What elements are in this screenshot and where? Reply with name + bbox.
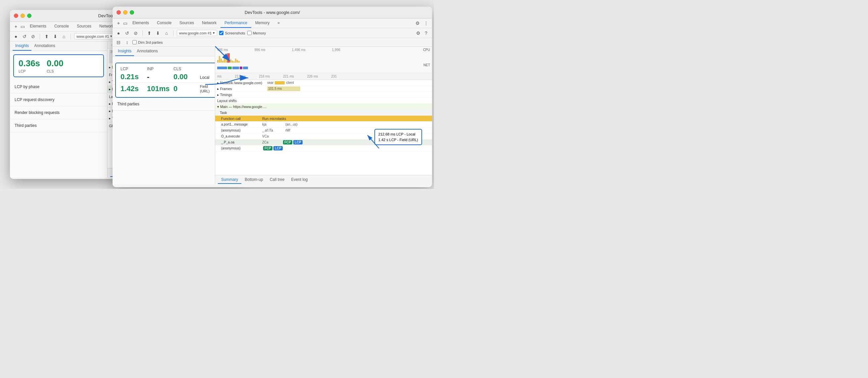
popup-cls-local: 0.00 bbox=[174, 72, 200, 81]
tab-performance-2[interactable]: Performance bbox=[220, 19, 251, 28]
popup-local-label: Local bbox=[200, 75, 215, 81]
close-button-1[interactable] bbox=[14, 13, 18, 18]
flame-chart-2: ▸ Network /www.google.com) sear client ▸… bbox=[215, 80, 432, 175]
insights-tabs-2: Insights Annotations bbox=[113, 47, 215, 56]
flame-timings-label: ▸ Timings bbox=[216, 93, 267, 97]
tab-console-2[interactable]: Console bbox=[153, 19, 176, 28]
popup-lcp-header: LCP bbox=[121, 66, 147, 71]
flame-frames-label: ▸ Frames bbox=[216, 87, 267, 91]
flame-layout-label: Layout shifts bbox=[216, 99, 267, 103]
flame-network-label: ▸ Network /www.google.com) bbox=[216, 81, 267, 85]
annotations-tab-1[interactable]: Annotations bbox=[31, 41, 58, 51]
insight-third-parties-2[interactable]: Third parties bbox=[113, 98, 215, 111]
screenshots-check-input-2[interactable] bbox=[219, 31, 223, 35]
reload-icon-1[interactable]: ↺ bbox=[21, 33, 28, 40]
close-button-2[interactable] bbox=[117, 10, 121, 14]
cursor-icon-1[interactable]: ⌖ bbox=[12, 23, 19, 30]
insight-third-parties-1[interactable]: Third parties bbox=[10, 119, 107, 132]
flame-anon1-val2: rMf bbox=[285, 128, 290, 132]
toolbar3-2: ⊟ ↕ Dim 3rd parties bbox=[113, 38, 432, 47]
main-tab-nav-2: ⌖ ▭ Elements Console Sources Network Per… bbox=[113, 19, 432, 28]
flame-port1-val2: (an...us) bbox=[285, 123, 298, 126]
lcp-badge-flame: LCP bbox=[293, 140, 303, 144]
bottom-tab-eventlog-2[interactable]: Event log bbox=[288, 176, 311, 184]
bottom-tab-summary-2[interactable]: Summary bbox=[218, 176, 241, 184]
ruler-996: 996 ms bbox=[255, 48, 266, 52]
url-select-1[interactable]: www.google.com #1 ▾ bbox=[74, 33, 115, 39]
tab-network-2[interactable]: Network bbox=[198, 19, 220, 28]
tab-memory-2[interactable]: Memory bbox=[251, 19, 274, 28]
priority-icon-2[interactable]: ↕ bbox=[124, 39, 130, 46]
tab-sources-2[interactable]: Sources bbox=[176, 19, 198, 28]
popup-lcp-local: 0.21s bbox=[121, 72, 147, 81]
maximize-button-2[interactable] bbox=[130, 10, 134, 14]
dim-3rd-label: Dim 3rd parties bbox=[138, 40, 163, 45]
home-icon-1[interactable]: ⌂ bbox=[61, 33, 67, 40]
url-select-2[interactable]: www.google.com #1 ▾ bbox=[177, 30, 217, 36]
device-icon-2[interactable]: ▭ bbox=[122, 20, 128, 27]
insights-tab-2[interactable]: Insights bbox=[115, 47, 134, 56]
time-221: 221 ms bbox=[283, 75, 294, 78]
download-icon-2[interactable]: ⬇ bbox=[155, 30, 161, 36]
annotations-tab-2[interactable]: Annotations bbox=[134, 47, 160, 56]
reload-icon-2[interactable]: ↺ bbox=[124, 30, 130, 36]
record-icon-1[interactable]: ● bbox=[12, 33, 19, 40]
arrow-icon: ▸ bbox=[109, 116, 111, 120]
lcp-tooltip-win2: 212.68 ms LCP - Local 1.42 s LCP - Field… bbox=[374, 129, 422, 145]
cursor-icon-2[interactable]: ⌖ bbox=[115, 20, 122, 27]
flame-layout-shifts: Layout shifts bbox=[215, 98, 432, 104]
chevron-down-icon-2: ▾ bbox=[213, 31, 215, 35]
device-icon-1[interactable]: ▭ bbox=[19, 23, 26, 30]
record-icon-2[interactable]: ● bbox=[115, 30, 122, 36]
network-icon-2[interactable]: ⊟ bbox=[115, 39, 122, 46]
more-icon-2[interactable]: ⋮ bbox=[423, 20, 429, 27]
bottom-tab-calltree-2[interactable]: Call tree bbox=[267, 176, 288, 184]
insight-lcp-discovery-1[interactable]: LCP request discovery bbox=[10, 93, 107, 106]
upload-icon-2[interactable]: ⬆ bbox=[146, 30, 153, 36]
home-icon-2[interactable]: ⌂ bbox=[163, 30, 170, 36]
minimize-button-1[interactable] bbox=[21, 13, 25, 18]
upload-icon-1[interactable]: ⬆ bbox=[43, 33, 50, 40]
metrics-popup: LCP INP CLS 0.21s - 0.00 Local 1.42s 101… bbox=[115, 63, 215, 98]
tab-more-2[interactable]: » bbox=[274, 19, 284, 28]
flame-oa-val: VCa bbox=[262, 135, 269, 138]
url-text-2: www.google.com #1 bbox=[179, 31, 212, 35]
cls-value-1: 0.00 bbox=[47, 58, 64, 68]
help-icon-2[interactable]: ? bbox=[423, 30, 429, 36]
settings-icon-2b[interactable]: ⚙ bbox=[415, 30, 422, 36]
popup-cls-header: CLS bbox=[174, 66, 200, 71]
flame-oa-label: O_a.execute bbox=[216, 135, 262, 138]
insight-lcp-phase-1[interactable]: LCP by phase bbox=[10, 81, 107, 93]
tab-console-1[interactable]: Console bbox=[50, 22, 73, 31]
insights-tab-1[interactable]: Insights bbox=[12, 41, 31, 51]
titlebar-2: DevTools - www.google.com/ bbox=[113, 7, 432, 19]
metrics-box-1: 0.36s LCP 0.00 CLS bbox=[13, 54, 104, 77]
arrow-icon: ▸ bbox=[109, 102, 111, 106]
maximize-button-1[interactable] bbox=[27, 13, 31, 18]
memory-checkbox-2[interactable]: Memory bbox=[247, 31, 266, 35]
dim-3rd-checkbox[interactable]: Dim 3rd parties bbox=[132, 40, 163, 45]
fcp-badge-flame: FCP bbox=[283, 140, 292, 144]
tab-elements-2[interactable]: Elements bbox=[128, 19, 153, 28]
memory-check-input-2[interactable] bbox=[247, 31, 252, 35]
ruler-1996: 1,996 bbox=[332, 48, 340, 52]
screenshots-checkbox-2[interactable]: Screenshots bbox=[219, 31, 245, 35]
download-icon-1[interactable]: ⬇ bbox=[52, 33, 59, 40]
tab-elements-1[interactable]: Elements bbox=[26, 22, 50, 31]
net-label: NET bbox=[424, 63, 430, 67]
dim-3rd-check-input[interactable] bbox=[132, 40, 137, 45]
arrow-icon: ▸ bbox=[109, 87, 111, 91]
clear-icon-1[interactable]: ⊘ bbox=[30, 33, 36, 40]
insight-render-blocking-1[interactable]: Render blocking requests bbox=[10, 106, 107, 119]
clear-icon-2[interactable]: ⊘ bbox=[132, 30, 139, 36]
minimize-button-2[interactable] bbox=[123, 10, 127, 14]
tab-sources-1[interactable]: Sources bbox=[73, 22, 95, 31]
lcp-value-1: 0.36s bbox=[19, 58, 40, 68]
popup-field-label: Field(URL) bbox=[200, 84, 215, 94]
flame-port1-label: a.port1...message bbox=[216, 123, 262, 126]
settings-icon-2[interactable]: ⚙ bbox=[414, 20, 421, 27]
window-title-2: DevTools - www.google.com/ bbox=[245, 10, 300, 15]
bottom-tab-bottomup-2[interactable]: Bottom-up bbox=[241, 176, 266, 184]
popup-inp-local: - bbox=[147, 72, 174, 81]
traffic-lights-1 bbox=[14, 13, 31, 18]
